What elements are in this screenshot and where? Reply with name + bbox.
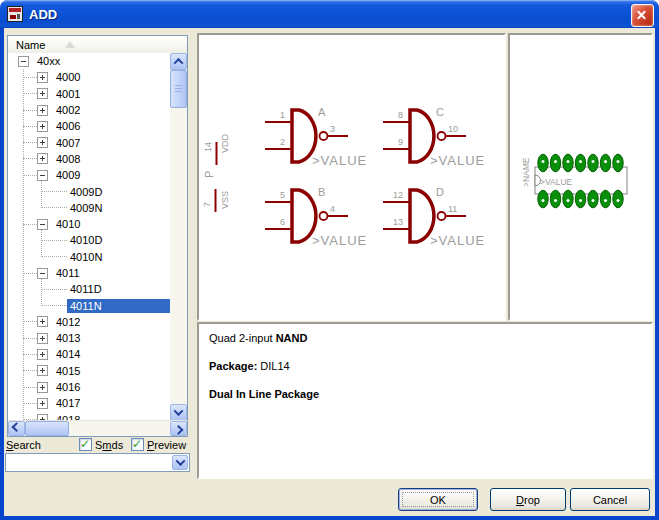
smds-label: Smds	[95, 439, 123, 451]
tree-item[interactable]: 4016	[8, 379, 170, 395]
description-package-type: Dual In Line Package	[209, 388, 641, 400]
svg-text:C: C	[436, 106, 444, 118]
smds-checkbox-group[interactable]: Smds	[79, 438, 123, 451]
collapse-icon[interactable]	[37, 170, 48, 181]
cancel-button[interactable]: Cancel	[570, 488, 650, 511]
tree-item-label: 4001	[53, 87, 83, 101]
tree-item-label: 4010D	[67, 233, 105, 247]
preview-checkbox-group[interactable]: Preview	[131, 438, 186, 451]
package-preview: >NAME >VALUE	[510, 35, 651, 319]
svg-text:9: 9	[398, 137, 403, 147]
expand-icon[interactable]	[37, 153, 48, 164]
tree-item[interactable]: 40xx	[8, 53, 170, 69]
scroll-left-icon[interactable]	[8, 421, 25, 436]
tree-item-label: 4011N	[67, 299, 170, 313]
app-icon	[7, 6, 23, 22]
scroll-right-icon[interactable]	[170, 421, 187, 436]
tree-item[interactable]: 4017	[8, 395, 170, 411]
titlebar[interactable]: ADD	[0, 0, 659, 28]
scroll-up-icon[interactable]	[170, 53, 187, 70]
tree-horizontal-scrollbar[interactable]	[8, 420, 187, 436]
expand-icon[interactable]	[37, 88, 48, 99]
tree-header-label: Name	[16, 39, 45, 51]
tree-item[interactable]: 4010D	[8, 232, 170, 248]
tree-vertical-scrollbar[interactable]	[170, 53, 187, 421]
svg-text:2: 2	[280, 137, 285, 147]
drop-button[interactable]: Drop	[490, 488, 566, 511]
svg-text:>VALUE: >VALUE	[430, 153, 485, 168]
description-package: Package: DIL14	[209, 360, 641, 372]
tree-item-label: 4010	[53, 217, 83, 231]
combo-dropdown-icon[interactable]	[172, 455, 188, 470]
tree-item[interactable]: 4012	[8, 314, 170, 330]
tree-item[interactable]: 4010N	[8, 249, 170, 265]
package-preview-panel: >NAME >VALUE	[508, 33, 653, 321]
tree-item-label: 4010N	[67, 250, 105, 264]
svg-text:11: 11	[448, 204, 457, 214]
tree-item[interactable]: 4011D	[8, 281, 170, 297]
tree-items: 40xx40004001400240064007400840094009D400…	[8, 53, 170, 421]
nand-gate-a: 1 2 3 A >VALUE	[265, 106, 367, 168]
search-row: Search Smds Preview	[5, 438, 191, 453]
tree-item[interactable]: 4009N	[8, 200, 170, 216]
tree-item[interactable]: 4014	[8, 346, 170, 362]
nand-gate-c: 8 9 10 C >VALUE	[383, 106, 485, 168]
collapse-icon[interactable]	[37, 268, 48, 279]
tree-line	[41, 240, 67, 241]
scroll-down-icon[interactable]	[170, 404, 187, 421]
tree-line	[41, 305, 67, 306]
tree-item[interactable]: 4001	[8, 86, 170, 102]
expand-icon[interactable]	[37, 316, 48, 327]
sort-ascending-icon	[65, 41, 75, 48]
tree-item[interactable]: 4006	[8, 118, 170, 134]
tree-item[interactable]: 4002	[8, 102, 170, 118]
tree-item-label: 4008	[53, 152, 83, 166]
tree-item-label: 40xx	[34, 54, 63, 68]
tree-item[interactable]: 4010	[8, 216, 170, 232]
expand-icon[interactable]	[37, 333, 48, 344]
tree-item[interactable]: 4009	[8, 167, 170, 183]
tree-item[interactable]: 4011N	[8, 297, 170, 313]
tree-line	[23, 354, 37, 355]
expand-icon[interactable]	[37, 72, 48, 83]
ok-button[interactable]: OK	[398, 488, 478, 511]
tree-item[interactable]: 4008	[8, 151, 170, 167]
expand-icon[interactable]	[37, 105, 48, 116]
collapse-icon[interactable]	[37, 219, 48, 230]
svg-text:A: A	[318, 106, 326, 118]
tree-item[interactable]: 4011	[8, 265, 170, 281]
tree-item[interactable]: 4015	[8, 363, 170, 379]
preview-checkbox[interactable]	[131, 438, 144, 451]
nand-gate-d: 12 13 11 D >VALUE	[383, 186, 485, 248]
svg-text:13: 13	[393, 217, 403, 227]
tree-item[interactable]: 4013	[8, 330, 170, 346]
search-input[interactable]	[7, 455, 171, 470]
expand-icon[interactable]	[37, 137, 48, 148]
nand-gate-b: 5 6 4 B >VALUE	[265, 186, 367, 248]
expand-icon[interactable]	[37, 349, 48, 360]
expand-icon[interactable]	[37, 365, 48, 376]
tree-item-label: 4012	[53, 315, 83, 329]
expand-icon[interactable]	[37, 121, 48, 132]
smds-checkbox[interactable]	[79, 438, 92, 451]
svg-text:VDD: VDD	[220, 133, 230, 153]
tree-item[interactable]: 4000	[8, 69, 170, 85]
svg-text:>VALUE: >VALUE	[540, 177, 573, 187]
tree-line	[23, 387, 37, 388]
close-icon[interactable]	[631, 4, 654, 27]
svg-text:>VALUE: >VALUE	[312, 153, 367, 168]
tree-line	[23, 142, 37, 143]
tree-item-label: 4011D	[67, 282, 105, 296]
window-title: ADD	[29, 7, 57, 22]
tree-item-label: 4017	[53, 396, 83, 410]
tree-line	[23, 403, 37, 404]
vertical-scroll-thumb[interactable]	[170, 70, 187, 108]
search-combobox[interactable]	[5, 453, 190, 472]
tree-item[interactable]: 4007	[8, 134, 170, 150]
tree-column-header-name[interactable]: Name	[8, 36, 187, 54]
tree-item[interactable]: 4009D	[8, 183, 170, 199]
collapse-icon[interactable]	[18, 56, 29, 67]
expand-icon[interactable]	[37, 382, 48, 393]
expand-icon[interactable]	[37, 398, 48, 409]
horizontal-scroll-thumb[interactable]	[25, 421, 69, 436]
